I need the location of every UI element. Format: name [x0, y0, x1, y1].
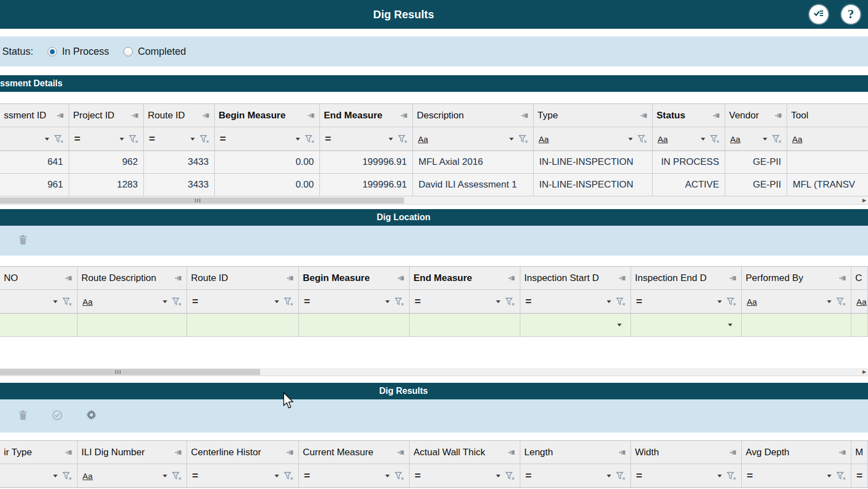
filter-dropdown-caret-icon[interactable] — [296, 138, 300, 141]
delete-button[interactable] — [13, 232, 32, 249]
filter-dropdown-caret-icon[interactable] — [496, 300, 500, 303]
pin-icon[interactable] — [775, 112, 783, 119]
column-header-route-description[interactable]: Route Description — [78, 267, 187, 289]
filter-cell-performed-by[interactable]: Aa — [742, 290, 851, 313]
filter-dropdown-caret-icon[interactable] — [275, 300, 279, 303]
filter-operator-equals[interactable]: = — [192, 470, 198, 482]
column-header-route-id[interactable]: Route ID — [144, 104, 215, 127]
filter-operator-equals[interactable]: = — [304, 470, 310, 482]
column-header-ir-type[interactable]: ir Type — [0, 441, 78, 464]
radio-selected-icon[interactable] — [48, 47, 57, 56]
filter-operator-equals[interactable]: = — [636, 295, 642, 308]
filter-dropdown-caret-icon[interactable] — [607, 300, 611, 303]
filter-cell-tool[interactable]: Aa — [787, 127, 868, 150]
grid-cell-ssment-id[interactable]: 961 — [0, 174, 69, 196]
column-header-description[interactable]: Description — [413, 104, 534, 127]
pin-icon[interactable] — [203, 112, 210, 119]
filter-dropdown-caret-icon[interactable] — [717, 300, 722, 303]
filter-operator-text[interactable]: Aa — [82, 471, 92, 481]
date-picker-caret-icon[interactable] — [728, 324, 732, 326]
date-picker-caret-icon[interactable] — [617, 324, 622, 326]
filter-cell-ssment-id[interactable] — [0, 127, 69, 150]
column-header-status[interactable]: Status — [653, 104, 725, 127]
pin-icon[interactable] — [839, 449, 847, 456]
grid-cell-vendor[interactable]: GE-PII — [725, 174, 787, 196]
pin-icon[interactable] — [730, 449, 737, 456]
table-row[interactable]: 961128334330.00199996.91David ILI Assess… — [0, 174, 868, 196]
grid-cell-vendor[interactable]: GE-PII — [725, 151, 787, 173]
column-header-width[interactable]: Width — [631, 441, 742, 464]
pin-icon[interactable] — [508, 275, 516, 282]
filter-clear-icon[interactable] — [395, 298, 404, 306]
filter-clear-icon[interactable] — [398, 135, 407, 143]
new-record-cell-route-id[interactable] — [187, 314, 299, 336]
filter-dropdown-caret-icon[interactable] — [389, 138, 393, 141]
column-header-actual-wall-thick[interactable]: Actual Wall Thick — [410, 441, 520, 464]
column-header-ssment-id[interactable]: ssment ID — [0, 104, 69, 127]
filter-cell-length[interactable]: = — [520, 464, 631, 487]
column-header-end-measure[interactable]: End Measure — [320, 104, 413, 127]
pin-icon[interactable] — [175, 449, 183, 456]
new-record-cell-performed-by[interactable] — [742, 314, 851, 336]
grid-cell-description[interactable]: David ILI Assessment 1 — [413, 174, 534, 196]
filter-cell-avg-depth[interactable]: = — [742, 464, 851, 487]
filter-operator-text[interactable]: Aa — [856, 297, 866, 306]
filter-clear-icon[interactable] — [519, 135, 528, 143]
column-header-vendor[interactable]: Vendor — [725, 104, 787, 127]
filter-clear-icon[interactable] — [836, 472, 846, 480]
new-record-cell-end-measure[interactable] — [410, 314, 520, 336]
pin-icon[interactable] — [287, 449, 294, 456]
filter-cell-actual-wall-thick[interactable]: = — [410, 464, 520, 487]
filter-dropdown-caret-icon[interactable] — [45, 138, 49, 141]
pin-icon[interactable] — [839, 275, 847, 282]
filter-clear-icon[interactable] — [63, 472, 72, 480]
grid-cell-ssment-id[interactable]: 641 — [0, 151, 69, 173]
filter-operator-equals[interactable]: = — [415, 470, 421, 482]
filter-cell-status[interactable]: Aa — [653, 127, 725, 150]
pin-icon[interactable] — [397, 449, 405, 456]
filter-dropdown-caret-icon[interactable] — [385, 475, 390, 477]
filter-dropdown-caret-icon[interactable] — [53, 475, 58, 477]
filter-cell-current-measure[interactable]: = — [299, 464, 410, 487]
filter-cell-end-measure[interactable]: = — [410, 290, 520, 313]
filter-operator-equals[interactable]: = — [636, 470, 642, 482]
column-header-inspection-start-d[interactable]: Inspection Start D — [520, 267, 631, 289]
filter-cell-inspection-start-d[interactable]: = — [520, 290, 631, 313]
new-record-cell-route-description[interactable] — [78, 314, 187, 336]
pin-icon[interactable] — [521, 112, 529, 119]
filter-operator-equals[interactable]: = — [415, 295, 421, 308]
grid-cell-description[interactable]: MFL Axial 2016 — [413, 151, 534, 173]
radio-completed[interactable]: Completed — [123, 46, 186, 58]
filter-clear-icon[interactable] — [616, 298, 626, 306]
filter-clear-icon[interactable] — [616, 472, 626, 480]
filter-cell-type[interactable]: Aa — [534, 127, 653, 150]
filter-operator-text[interactable]: Aa — [539, 134, 549, 144]
column-header-no[interactable]: NO — [0, 267, 78, 289]
grid-cell-status[interactable]: ACTIVE — [653, 174, 725, 196]
filter-dropdown-caret-icon[interactable] — [717, 475, 722, 477]
filter-dropdown-caret-icon[interactable] — [163, 475, 167, 477]
scrollbar-grip-icon[interactable] — [195, 199, 200, 202]
grid-cell-project-id[interactable]: 1283 — [69, 174, 144, 196]
grid-cell-begin-measure[interactable]: 0.00 — [215, 151, 320, 173]
filter-clear-icon[interactable] — [129, 135, 138, 143]
new-record-cell-no[interactable] — [0, 314, 78, 336]
column-header-inspection-end-d[interactable]: Inspection End D — [631, 267, 742, 289]
new-record-cell-inspection-start-d[interactable] — [520, 314, 631, 336]
grid-cell-tool[interactable]: MFL (TRANSV — [787, 174, 868, 196]
filter-dropdown-caret-icon[interactable] — [120, 138, 124, 141]
filter-cell-begin-measure[interactable]: = — [299, 290, 410, 313]
filter-cell-route-id[interactable]: = — [144, 127, 215, 150]
filter-operator-equals[interactable]: = — [525, 470, 531, 482]
column-header-avg-depth[interactable]: Avg Depth — [742, 441, 851, 464]
filter-cell-route-description[interactable]: Aa — [78, 290, 187, 313]
filter-dropdown-caret-icon[interactable] — [385, 300, 390, 303]
radio-in-process[interactable]: In Process — [48, 46, 109, 58]
column-header-c[interactable]: C — [851, 267, 868, 289]
filter-dropdown-caret-icon[interactable] — [607, 475, 611, 477]
filter-clear-icon[interactable] — [727, 298, 736, 306]
new-record-cell-begin-measure[interactable] — [299, 314, 410, 336]
filter-operator-equals[interactable]: = — [304, 295, 310, 308]
filter-dropdown-caret-icon[interactable] — [509, 138, 514, 141]
column-header-route-id[interactable]: Route ID — [187, 267, 299, 289]
